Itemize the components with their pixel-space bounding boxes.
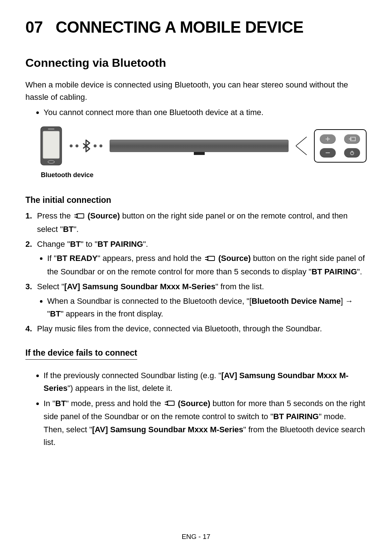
connection-diagram [25, 126, 367, 166]
controls-panel-illustration [314, 129, 367, 163]
page-footer: ENG - 17 [0, 533, 392, 541]
intro-paragraph: When a mobile device is connected using … [25, 79, 367, 103]
step-4: Play music files from the device, connec… [25, 322, 367, 335]
svg-rect-1 [43, 131, 60, 159]
volume-up-button-icon [320, 134, 336, 144]
step-2: Change "BT" to "BT PAIRING". If "BT READ… [25, 238, 367, 278]
step-2-sub: If "BT READY" appears, press and hold th… [47, 252, 367, 278]
detail-callout-icon [296, 135, 307, 157]
step-1: Press the (Source) button on the right s… [25, 209, 367, 236]
section-title: Connecting via Bluetooth [25, 56, 367, 70]
bluetooth-signal-icon [70, 139, 102, 152]
fails-heading: If the device fails to connect [25, 348, 137, 360]
source-icon [204, 253, 215, 265]
initial-connection-heading: The initial connection [25, 195, 367, 205]
svg-rect-8 [77, 214, 84, 218]
power-button-icon [344, 148, 360, 158]
phone-icon [40, 126, 62, 166]
svg-line-5 [296, 146, 307, 155]
soundbar-illustration [110, 140, 289, 152]
svg-rect-9 [208, 256, 215, 261]
fails-bullet-1: If the previously connected Soundbar lis… [44, 369, 367, 394]
chapter-title: 07 CONNECTING A MOBILE DEVICE [25, 18, 367, 36]
step-3-sub: When a Soundbar is connected to the Blue… [47, 295, 367, 320]
fails-bullet-2: In "BT" mode, press and hold the (Source… [44, 397, 367, 449]
source-icon [74, 210, 85, 223]
source-button-icon [344, 134, 360, 144]
svg-rect-10 [168, 401, 174, 405]
chapter-title-text: CONNECTING A MOBILE DEVICE [56, 18, 303, 36]
chapter-number: 07 [25, 18, 43, 36]
diagram-phone-label: Bluetooth device [40, 171, 94, 179]
svg-line-4 [296, 137, 307, 146]
source-icon [164, 397, 175, 410]
volume-down-button-icon [320, 148, 336, 158]
svg-rect-2 [48, 128, 54, 130]
step-3: Select "[AV] Samsung Soundbar Mxxx M-Ser… [25, 280, 367, 320]
intro-bullet: You cannot connect more than one Bluetoo… [44, 106, 367, 119]
